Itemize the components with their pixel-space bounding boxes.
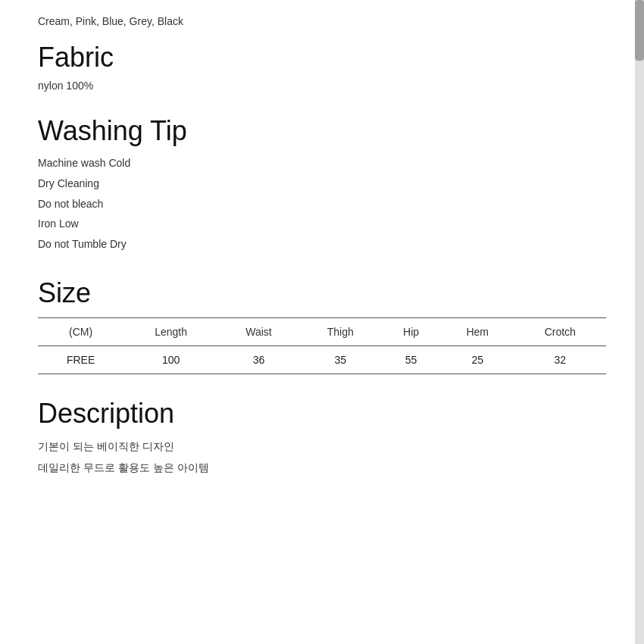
table-header-cell: Crotch — [514, 317, 606, 345]
washing-item-1: Machine wash Cold — [38, 153, 606, 174]
washing-item-2: Dry Cleaning — [38, 174, 606, 194]
table-cell: 36 — [218, 345, 299, 374]
washing-list: Machine wash Cold Dry Cleaning Do not bl… — [38, 153, 606, 254]
table-header-cell: Hem — [441, 317, 514, 345]
table-cell: 25 — [441, 345, 514, 374]
washing-title: Washing Tip — [38, 114, 606, 147]
description-section: Description 기본이 되는 베이직한 디자인 데일리한 무드로 활용도… — [38, 397, 606, 478]
description-lines: 기본이 되는 베이직한 디자인 데일리한 무드로 활용도 높은 아이템 — [38, 436, 606, 478]
washing-item-3: Do not bleach — [38, 194, 606, 214]
fabric-title: Fabric — [38, 41, 606, 73]
washing-item-5: Do not Tumble Dry — [38, 234, 606, 255]
washing-item-4: Iron Low — [38, 214, 606, 234]
table-header-cell: Hip — [381, 317, 441, 345]
table-header-cell: (CM) — [38, 317, 123, 345]
size-section: Size (CM)LengthWaistThighHipHemCrotch FR… — [38, 277, 606, 374]
table-cell: FREE — [38, 345, 123, 374]
table-cell: 32 — [514, 345, 606, 374]
size-title: Size — [38, 277, 606, 309]
fabric-material: nylon 100% — [38, 80, 606, 92]
description-line-2: 데일리한 무드로 활용도 높은 아이템 — [38, 457, 606, 478]
table-data-row: FREE1003635552532 — [38, 345, 606, 374]
colors-text: Cream, Pink, Blue, Grey, Black — [38, 15, 606, 27]
table-header-row: (CM)LengthWaistThighHipHemCrotch — [38, 317, 606, 345]
table-header-cell: Waist — [218, 317, 299, 345]
size-table: (CM)LengthWaistThighHipHemCrotch FREE100… — [38, 317, 606, 374]
description-line-1: 기본이 되는 베이직한 디자인 — [38, 436, 606, 457]
fabric-section: Fabric nylon 100% — [38, 41, 606, 92]
table-header-cell: Thigh — [299, 317, 381, 345]
table-cell: 100 — [123, 345, 218, 374]
description-title: Description — [38, 397, 606, 430]
table-cell: 55 — [381, 345, 441, 374]
table-cell: 35 — [299, 345, 381, 374]
washing-section: Washing Tip Machine wash Cold Dry Cleani… — [38, 114, 606, 254]
table-header-cell: Length — [123, 317, 218, 345]
